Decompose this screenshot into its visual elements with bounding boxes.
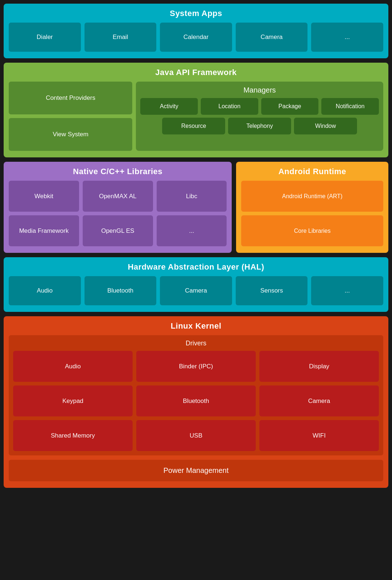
list-item: Dialer [9,23,81,52]
list-item: Audio [9,276,81,305]
managers-section: Managers Activity Location Package Notif… [136,82,383,151]
view-system-cell: View System [9,118,132,151]
system-apps-title: System Apps [9,9,383,18]
content-providers-cell: Content Providers [9,82,132,114]
managers-row1: Activity Location Package Notification [140,98,379,115]
linux-kernel-layer: Linux Kernel Drivers Audio Binder (IPC) … [4,316,388,488]
list-item: ... [311,23,383,52]
hal-cells: Audio Bluetooth Camera Sensors ... [9,276,383,305]
list-item: Email [85,23,157,52]
android-runtime-layer: Android Runtime Android Runtime (ART) Co… [236,162,388,253]
list-item: Sensors [236,276,308,305]
java-api-left: Content Providers View System [9,82,132,151]
list-item: Package [261,98,319,115]
drivers-title: Drivers [13,340,379,347]
list-item: ... [311,276,383,305]
list-item: Media Framework [9,215,79,246]
system-apps-cells: Dialer Email Calendar Camera ... [9,23,383,52]
system-apps-layer: System Apps Dialer Email Calendar Camera… [4,4,388,58]
managers-title: Managers [140,86,379,94]
list-item: Core Libraries [241,215,383,246]
power-management-cell: Power Management [9,460,383,481]
drivers-grid: Audio Binder (IPC) Display Keypad Blueto… [13,351,379,451]
list-item: Telephony [228,118,291,134]
java-api-layer: Java API Framework Content Providers Vie… [4,63,388,157]
list-item: Resource [162,118,225,134]
list-item: Camera [236,23,308,52]
list-item: Calendar [160,23,232,52]
hal-layer: Hardware Abstraction Layer (HAL) Audio B… [4,257,388,312]
list-item: Window [294,118,357,134]
native-title: Native C/C++ Libraries [9,167,227,176]
android-runtime-cells: Android Runtime (ART) Core Libraries [241,181,383,246]
android-runtime-title: Android Runtime [241,167,383,176]
native-libraries-layer: Native C/C++ Libraries Webkit OpenMAX AL… [4,162,232,253]
list-item: Android Runtime (ART) [241,181,383,212]
list-item: Binder (IPC) [136,351,256,382]
java-api-title: Java API Framework [9,68,383,77]
drivers-section: Drivers Audio Binder (IPC) Display Keypa… [9,335,383,455]
list-item: Bluetooth [85,276,157,305]
list-item: WIFI [259,420,379,451]
list-item: OpenGL ES [83,215,153,246]
list-item: Camera [259,385,379,416]
list-item: Activity [140,98,198,115]
list-item: Camera [160,276,232,305]
native-cells: Webkit OpenMAX AL Libc Media Framework O… [9,181,227,246]
hal-title: Hardware Abstraction Layer (HAL) [9,262,383,272]
managers-row2: Resource Telephony Window [140,118,379,134]
list-item: Notification [321,98,379,115]
list-item: Display [259,351,379,382]
list-item: Shared Memory [13,420,133,451]
java-api-content: Content Providers View System Managers A… [9,82,383,151]
list-item: Keypad [13,385,133,416]
list-item: Location [201,98,258,115]
list-item: OpenMAX AL [83,181,153,212]
native-runtime-row: Native C/C++ Libraries Webkit OpenMAX AL… [4,162,388,253]
list-item: USB [136,420,256,451]
list-item: Audio [13,351,133,382]
list-item: ... [157,215,227,246]
linux-kernel-title: Linux Kernel [9,321,383,331]
list-item: Webkit [9,181,79,212]
list-item: Bluetooth [136,385,256,416]
list-item: Libc [157,181,227,212]
